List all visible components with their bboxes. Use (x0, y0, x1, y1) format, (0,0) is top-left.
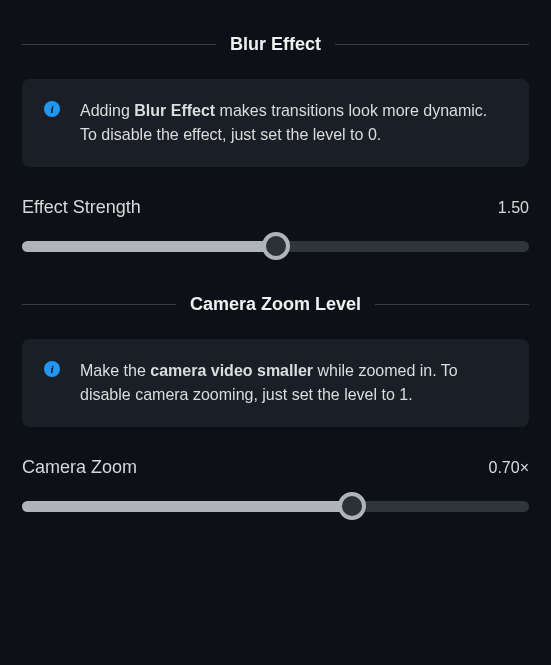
info-text: Make the camera video smaller while zoom… (80, 359, 507, 407)
effect-strength-value: 1.50 (498, 199, 529, 217)
slider-label-row: Effect Strength 1.50 (22, 197, 529, 218)
divider (22, 44, 216, 45)
section-header: Camera Zoom Level (22, 294, 529, 315)
camera-zoom-section: Camera Zoom Level i Make the camera vide… (22, 294, 529, 520)
slider-track (22, 501, 529, 512)
camera-zoom-slider[interactable] (22, 492, 529, 520)
slider-thumb[interactable] (262, 232, 290, 260)
slider-thumb[interactable] (338, 492, 366, 520)
effect-strength-label: Effect Strength (22, 197, 141, 218)
camera-zoom-value: 0.70× (489, 459, 529, 477)
info-text: Adding Blur Effect makes transitions loo… (80, 99, 507, 147)
slider-label-row: Camera Zoom 0.70× (22, 457, 529, 478)
info-icon: i (44, 361, 60, 377)
divider (22, 304, 176, 305)
info-text-bold: camera video smaller (150, 362, 313, 379)
section-title: Camera Zoom Level (190, 294, 361, 315)
divider (375, 304, 529, 305)
info-text-bold: Blur Effect (134, 102, 215, 119)
blur-effect-section: Blur Effect i Adding Blur Effect makes t… (22, 34, 529, 260)
section-header: Blur Effect (22, 34, 529, 55)
info-icon-wrap: i (44, 359, 60, 407)
camera-zoom-label: Camera Zoom (22, 457, 137, 478)
info-text-prefix: Make the (80, 362, 150, 379)
info-icon-wrap: i (44, 99, 60, 147)
effect-strength-slider[interactable] (22, 232, 529, 260)
divider (335, 44, 529, 45)
section-title: Blur Effect (230, 34, 321, 55)
slider-track (22, 241, 529, 252)
info-text-prefix: Adding (80, 102, 134, 119)
slider-fill (22, 501, 352, 512)
info-box: i Make the camera video smaller while zo… (22, 339, 529, 427)
info-icon: i (44, 101, 60, 117)
slider-fill (22, 241, 276, 252)
info-box: i Adding Blur Effect makes transitions l… (22, 79, 529, 167)
